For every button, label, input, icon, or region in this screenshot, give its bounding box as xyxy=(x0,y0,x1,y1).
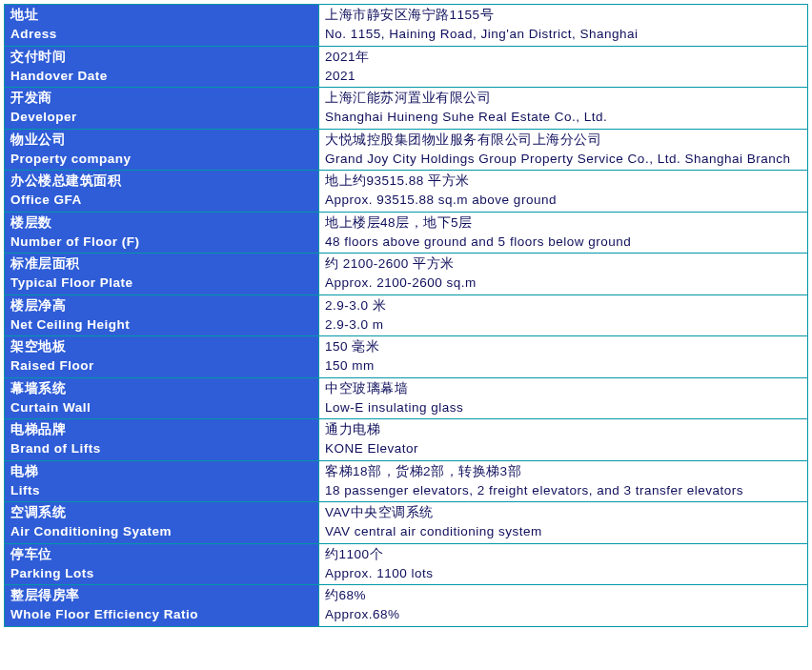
value-cn: 中空玻璃幕墙 xyxy=(325,379,802,398)
row-label: 地址Adress xyxy=(5,5,319,47)
row-value: 约68%Approx.68% xyxy=(319,585,808,627)
value-en: VAV central air conditioning system xyxy=(325,522,802,541)
label-en: Property company xyxy=(10,150,313,169)
label-en: Developer xyxy=(10,108,313,127)
row-value: 2.9-3.0 米2.9-3.0 m xyxy=(319,294,808,336)
value-cn: 2.9-3.0 米 xyxy=(325,296,802,315)
row-label: 整层得房率Whole Floor Efficiency Ratio xyxy=(5,585,319,627)
label-en: Typical Floor Plate xyxy=(10,274,313,293)
label-cn: 架空地板 xyxy=(10,337,313,356)
value-en: Approx. 2100-2600 sq.m xyxy=(325,274,802,293)
row-value: 150 毫米150 mm xyxy=(319,336,808,378)
row-value: VAV中央空调系统VAV central air conditioning sy… xyxy=(319,502,808,544)
value-en: 18 passenger elevators, 2 freight elevat… xyxy=(325,481,802,500)
row-label: 开发商Developer xyxy=(5,88,319,130)
row-label: 幕墙系统Curtain Wall xyxy=(5,377,319,419)
label-en: Number of Floor (F) xyxy=(10,233,313,252)
row-label: 停车位Parking Lots xyxy=(5,543,319,585)
label-en: Adress xyxy=(10,25,313,44)
label-en: Brand of Lifts xyxy=(10,439,313,458)
value-cn: VAV中央空调系统 xyxy=(325,503,802,522)
table-row: 幕墙系统Curtain Wall中空玻璃幕墙Low-E insulating g… xyxy=(5,377,808,419)
row-value: 中空玻璃幕墙Low-E insulating glass xyxy=(319,377,808,419)
table-row: 空调系统Air Conditioning SyatemVAV中央空调系统VAV … xyxy=(5,502,808,544)
row-label: 楼层净高Net Ceiling Height xyxy=(5,294,319,336)
value-cn: 大悦城控股集团物业服务有限公司上海分公司 xyxy=(325,131,802,150)
table-row: 地址Adress上海市静安区海宁路1155号No. 1155, Haining … xyxy=(5,5,808,47)
value-en: Grand Joy City Holdings Group Property S… xyxy=(325,150,802,169)
table-row: 整层得房率Whole Floor Efficiency Ratio约68%App… xyxy=(5,585,808,627)
label-en: Net Ceiling Height xyxy=(10,315,313,335)
table-row: 停车位Parking Lots约1100个Approx. 1100 lots xyxy=(5,543,808,585)
table-row: 交付时间Handover Date2021年2021 xyxy=(5,46,808,88)
label-cn: 办公楼总建筑面积 xyxy=(10,172,313,191)
table-row: 标准层面积Typical Floor Plate约 2100-2600 平方米A… xyxy=(5,254,808,295)
value-cn: 150 毫米 xyxy=(325,337,802,356)
table-row: 架空地板Raised Floor150 毫米150 mm xyxy=(5,336,808,378)
value-en: Approx. 93515.88 sq.m above ground xyxy=(325,191,802,210)
label-cn: 整层得房率 xyxy=(10,586,313,605)
label-cn: 地址 xyxy=(10,6,313,25)
property-spec-table: 地址Adress上海市静安区海宁路1155号No. 1155, Haining … xyxy=(4,4,808,627)
label-cn: 楼层净高 xyxy=(10,296,313,315)
row-value: 2021年2021 xyxy=(319,46,808,88)
value-en: Low-E insulating glass xyxy=(325,398,802,417)
label-en: Raised Floor xyxy=(10,356,313,376)
row-value: 地上约93515.88 平方米Approx. 93515.88 sq.m abo… xyxy=(319,171,808,213)
value-en: Shanghai Huineng Suhe Real Estate Co., L… xyxy=(325,108,802,127)
label-cn: 电梯品牌 xyxy=(10,420,313,439)
table-row: 电梯品牌Brand of Lifts通力电梯KONE Elevator xyxy=(5,419,808,461)
value-cn: 地上约93515.88 平方米 xyxy=(325,172,802,191)
row-label: 办公楼总建筑面积Office GFA xyxy=(5,171,319,213)
table-row: 楼层数Number of Floor (F)地上楼层48层，地下5层48 flo… xyxy=(5,212,808,254)
value-en: 150 mm xyxy=(325,356,802,376)
row-label: 楼层数Number of Floor (F) xyxy=(5,212,319,254)
value-en: No. 1155, Haining Road, Jing'an District… xyxy=(325,25,802,44)
label-cn: 空调系统 xyxy=(10,503,313,522)
table-row: 开发商Developer上海汇能苏河置业有限公司Shanghai Huineng… xyxy=(5,88,808,130)
label-en: Handover Date xyxy=(10,67,313,86)
table-row: 电梯Lifts客梯18部，货梯2部，转换梯3部18 passenger elev… xyxy=(5,460,808,502)
value-en: 2021 xyxy=(325,67,802,86)
label-en: Parking Lots xyxy=(10,564,313,583)
row-label: 电梯品牌Brand of Lifts xyxy=(5,419,319,461)
row-value: 约1100个Approx. 1100 lots xyxy=(319,543,808,585)
table-row: 办公楼总建筑面积Office GFA地上约93515.88 平方米Approx.… xyxy=(5,171,808,213)
row-label: 空调系统Air Conditioning Syatem xyxy=(5,502,319,544)
value-cn: 约68% xyxy=(325,586,802,605)
value-cn: 客梯18部，货梯2部，转换梯3部 xyxy=(325,462,802,481)
row-value: 约 2100-2600 平方米Approx. 2100-2600 sq.m xyxy=(319,254,808,295)
label-cn: 物业公司 xyxy=(10,131,313,150)
value-cn: 地上楼层48层，地下5层 xyxy=(325,213,802,233)
label-cn: 电梯 xyxy=(10,462,313,481)
row-label: 标准层面积Typical Floor Plate xyxy=(5,254,319,295)
table-row: 楼层净高Net Ceiling Height2.9-3.0 米2.9-3.0 m xyxy=(5,294,808,336)
row-label: 架空地板Raised Floor xyxy=(5,336,319,378)
label-en: Air Conditioning Syatem xyxy=(10,522,313,541)
label-cn: 幕墙系统 xyxy=(10,379,313,398)
label-en: Office GFA xyxy=(10,191,313,210)
value-cn: 上海市静安区海宁路1155号 xyxy=(325,6,802,25)
row-value: 大悦城控股集团物业服务有限公司上海分公司Grand Joy City Holdi… xyxy=(319,129,808,171)
value-cn: 约 2100-2600 平方米 xyxy=(325,254,802,274)
value-cn: 通力电梯 xyxy=(325,420,802,439)
table-row: 物业公司Property company大悦城控股集团物业服务有限公司上海分公司… xyxy=(5,129,808,171)
row-label: 物业公司Property company xyxy=(5,129,319,171)
value-cn: 2021年 xyxy=(325,48,802,67)
value-en: 48 floors above ground and 5 floors belo… xyxy=(325,233,802,252)
label-en: Whole Floor Efficiency Ratio xyxy=(10,605,313,624)
label-cn: 停车位 xyxy=(10,545,313,564)
value-en: 2.9-3.0 m xyxy=(325,315,802,335)
row-value: 地上楼层48层，地下5层48 floors above ground and 5… xyxy=(319,212,808,254)
value-en: Approx.68% xyxy=(325,605,802,624)
value-en: KONE Elevator xyxy=(325,439,802,458)
row-value: 上海市静安区海宁路1155号No. 1155, Haining Road, Ji… xyxy=(319,5,808,47)
value-cn: 上海汇能苏河置业有限公司 xyxy=(325,89,802,108)
value-en: Approx. 1100 lots xyxy=(325,564,802,583)
label-cn: 交付时间 xyxy=(10,48,313,67)
row-value: 上海汇能苏河置业有限公司Shanghai Huineng Suhe Real E… xyxy=(319,88,808,130)
label-en: Lifts xyxy=(10,481,313,500)
row-label: 交付时间Handover Date xyxy=(5,46,319,88)
row-label: 电梯Lifts xyxy=(5,460,319,502)
label-en: Curtain Wall xyxy=(10,398,313,417)
